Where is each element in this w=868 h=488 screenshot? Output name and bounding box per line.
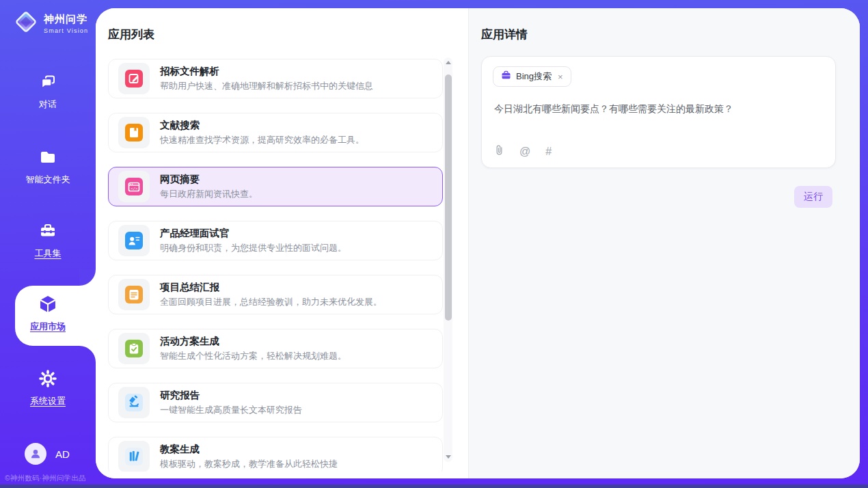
attachment-icon[interactable] <box>494 144 504 159</box>
app-list-title: 应用列表 <box>108 27 154 42</box>
sidebar-item-label: 系统设置 <box>0 395 96 407</box>
app-description: 一键智能生成高质量长文本研究报告 <box>160 404 302 416</box>
user-initials: AD <box>55 448 70 460</box>
hash-icon[interactable]: # <box>545 146 552 157</box>
app-description: 每日政府新闻资讯快查。 <box>160 188 258 200</box>
app-description: 全面回顾项目进展，总结经验教训，助力未来优化发展。 <box>160 296 382 308</box>
toolbox-icon <box>38 231 57 243</box>
app-detail-panel: 应用详情 Bing搜索 × 今日湖北有哪些新闻要点？有哪些需要关注的最新政策？ <box>468 8 860 478</box>
copyright-footer: ©神州数码·神州问学出品 <box>5 474 96 483</box>
app-detail-title: 应用详情 <box>481 27 528 42</box>
sidebar-item-app-market[interactable]: 应用市场 <box>0 294 96 333</box>
interviewer-icon <box>118 225 150 256</box>
app-description: 模板驱动，教案秒成，教学准备从此轻松快捷 <box>160 458 338 470</box>
app-card-list: 招标文件解析 帮助用户快速、准确地理解和解析招标书中的关键信息 文献搜索 快速精… <box>108 59 443 472</box>
app-name: 研究报告 <box>160 389 302 402</box>
cube-icon <box>38 305 58 316</box>
sidebar-item-label: 应用市场 <box>0 321 96 333</box>
run-button[interactable]: 运行 <box>794 186 832 208</box>
list-scrollbar[interactable] <box>444 57 452 462</box>
gear-icon <box>38 379 57 390</box>
scrollbar-thumb[interactable] <box>445 74 452 321</box>
close-icon[interactable]: × <box>558 72 563 82</box>
sidebar: 神州问学 Smart Vision 对话 智能文件夹 <box>0 0 96 488</box>
browser-code-icon: </> <box>118 171 150 202</box>
book-icon <box>118 117 150 148</box>
folder-icon <box>38 157 57 169</box>
svg-text:</>: </> <box>131 187 138 191</box>
bubble-notch-top <box>79 269 96 286</box>
sidebar-item-label: 工具集 <box>0 247 96 260</box>
app-description: 智能生成个性化活动方案，轻松解决规划难题。 <box>160 350 347 362</box>
user-account[interactable]: AD <box>25 443 70 465</box>
tool-tag-label: Bing搜索 <box>516 70 552 83</box>
bubble-notch-bottom <box>79 346 96 362</box>
app-name: 网页摘要 <box>160 173 258 186</box>
sidebar-item-label: 智能文件夹 <box>0 174 96 186</box>
chat-icon <box>38 82 57 94</box>
avatar <box>25 443 46 465</box>
app-card-event-plan[interactable]: 活动方案生成 智能生成个性化活动方案，轻松解决规划难题。 <box>108 329 443 368</box>
brand-name: 神州问学 <box>44 13 88 26</box>
tool-tag-bing-search[interactable]: Bing搜索 × <box>493 66 571 87</box>
app-card-bid-parsing[interactable]: 招标文件解析 帮助用户快速、准确地理解和解析招标书中的关键信息 <box>108 59 443 98</box>
prompt-text[interactable]: 今日湖北有哪些新闻要点？有哪些需要关注的最新政策？ <box>494 102 823 116</box>
sidebar-item-settings[interactable]: 系统设置 <box>0 369 96 407</box>
app-card-research-report[interactable]: 研究报告 一键智能生成高质量长文本研究报告 <box>108 383 443 422</box>
books-icon <box>118 441 150 472</box>
app-card-literature-search[interactable]: 文献搜索 快速精准查找学术资源，提高研究效率的必备工具。 <box>108 113 443 152</box>
main-content: 应用列表 招标文件解析 帮助用户快速、准确地理解和解析招标书中的关键信息 <box>96 8 860 478</box>
app-name: 文献搜索 <box>160 119 364 132</box>
prompt-card: Bing搜索 × 今日湖北有哪些新闻要点？有哪些需要关注的最新政策？ @ # <box>481 56 836 168</box>
doc-edit-icon <box>118 63 150 94</box>
app-description: 帮助用户快速、准确地理解和解析招标书中的关键信息 <box>160 80 373 92</box>
app-name: 招标文件解析 <box>160 65 373 78</box>
app-name: 产品经理面试官 <box>160 227 347 240</box>
app-card-lesson-plan[interactable]: 教案生成 模板驱动，教案秒成，教学准备从此轻松快捷 <box>108 437 443 472</box>
brand-subtitle: Smart Vision <box>44 27 88 34</box>
app-description: 快速精准查找学术资源，提高研究效率的必备工具。 <box>160 134 364 146</box>
clipboard-check-icon <box>118 333 150 364</box>
app-description: 明确身份和职责，为您提供专业性的面试问题。 <box>160 242 347 254</box>
prompt-toolbar: @ # <box>494 144 552 159</box>
briefcase-icon <box>501 70 511 83</box>
app-name: 教案生成 <box>160 443 338 456</box>
app-card-web-summary[interactable]: </> 网页摘要 每日政府新闻资讯快查。 <box>108 167 443 206</box>
app-name: 项目总结汇报 <box>160 281 382 294</box>
microscope-icon <box>118 387 150 418</box>
app-card-pm-interviewer[interactable]: 产品经理面试官 明确身份和职责，为您提供专业性的面试问题。 <box>108 221 443 260</box>
app-list-panel: 应用列表 招标文件解析 帮助用户快速、准确地理解和解析招标书中的关键信息 <box>96 8 468 478</box>
sidebar-item-toolset[interactable]: 工具集 <box>0 221 96 260</box>
sidebar-item-label: 对话 <box>0 98 96 111</box>
diamond-logo-icon <box>13 9 39 38</box>
window-bottom-edge <box>0 485 868 488</box>
scroll-up-icon[interactable] <box>444 58 452 67</box>
sidebar-item-chat[interactable]: 对话 <box>0 72 96 111</box>
sidebar-item-smart-folder[interactable]: 智能文件夹 <box>0 148 96 186</box>
mention-icon[interactable]: @ <box>519 146 530 157</box>
notepad-icon <box>118 279 150 310</box>
scroll-down-icon[interactable] <box>444 452 452 461</box>
app-card-project-summary[interactable]: 项目总结汇报 全面回顾项目进展，总结经验教训，助力未来优化发展。 <box>108 275 443 314</box>
brand-logo: 神州问学 Smart Vision <box>13 9 88 38</box>
app-name: 活动方案生成 <box>160 335 347 348</box>
